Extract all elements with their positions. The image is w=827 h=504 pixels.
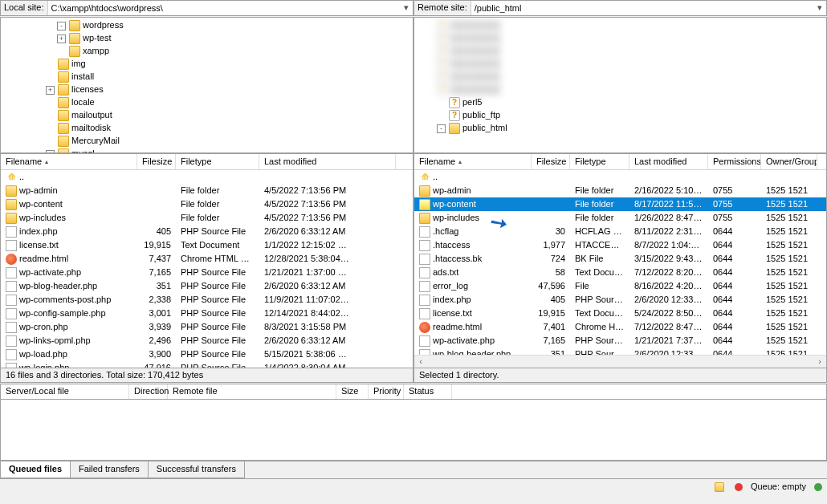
tree-node-blurred: ?████████: [414, 45, 826, 58]
queue-body: [0, 400, 827, 461]
tree-node[interactable]: ?public_ftp: [414, 109, 826, 122]
list-item[interactable]: ⟰..: [414, 170, 826, 184]
tree-node[interactable]: install: [1, 71, 413, 83]
horizontal-scrollbar[interactable]: ‹ ›: [414, 355, 826, 368]
file-name: wp-activate.php: [19, 267, 81, 278]
folder-icon: [419, 199, 430, 210]
tree-node[interactable]: xampp: [1, 45, 413, 58]
col-lastmod[interactable]: Last modified: [259, 154, 396, 169]
col-lastmod[interactable]: Last modified: [629, 154, 708, 169]
list-item[interactable]: wp-links-opml.php2,496PHP Source File2/6…: [1, 334, 413, 348]
tree-node[interactable]: img: [1, 58, 413, 71]
list-item[interactable]: wp-blog-header.php351PHP Source File2/6/…: [1, 279, 413, 293]
tree-label: locale: [71, 97, 95, 108]
list-item[interactable]: wp-config-sample.php3,001PHP Source File…: [1, 307, 413, 320]
local-site-label: Local site:: [1, 1, 48, 15]
col-filesize[interactable]: Filesize: [137, 154, 176, 169]
status-dot-red-icon: [735, 483, 743, 491]
list-item[interactable]: license.txt19,915Text Document1/1/2022 1…: [1, 238, 413, 252]
tab-failed[interactable]: Failed transfers: [70, 461, 149, 478]
list-item[interactable]: .htaccess1,977HTACCESS…8/7/2022 1:04:2…0…: [414, 238, 826, 252]
list-item[interactable]: wp-adminFile folder2/16/2022 5:10:…07551…: [414, 184, 826, 197]
tree-node[interactable]: -public_html: [414, 122, 826, 135]
tree-toggle-icon[interactable]: -: [57, 22, 66, 30]
list-item[interactable]: wp-blog-header.php351PHP Sourc…2/6/2020 …: [414, 348, 826, 355]
tree-node[interactable]: mailtodisk: [1, 122, 413, 135]
tree-node[interactable]: +wp-test: [1, 32, 413, 45]
list-item[interactable]: readme.html7,401Chrome H…7/12/2022 8:47:…: [414, 320, 826, 334]
list-item[interactable]: ⟰..: [1, 170, 413, 184]
list-item[interactable]: index.php405PHP Sourc…2/6/2020 12:33:…06…: [414, 293, 826, 307]
remote-tree[interactable]: ?████████?████████?████████?████████?███…: [414, 17, 827, 153]
list-item[interactable]: wp-contentFile folder8/17/2022 11:5…0755…: [414, 197, 826, 211]
remote-path-input[interactable]: [471, 1, 813, 15]
queue-header[interactable]: Server/Local file Direction Remote file …: [0, 384, 827, 400]
col-permissions[interactable]: Permissions: [708, 154, 761, 169]
file-name: wp-cron.php: [19, 322, 68, 332]
list-item[interactable]: index.php405PHP Source File2/6/2020 6:33…: [1, 225, 413, 238]
list-item[interactable]: readme.html7,437Chrome HTML Do…12/28/202…: [1, 252, 413, 266]
tree-node-blurred: ?████████: [414, 83, 826, 96]
tree-toggle-icon: [46, 124, 55, 133]
status-bar: Queue: empty: [0, 478, 827, 494]
list-item[interactable]: error_log47,596File8/16/2022 4:20:…06441…: [414, 279, 826, 293]
remote-status: Selected 1 directory.: [414, 368, 827, 383]
list-item[interactable]: wp-activate.php7,165PHP Sourc…1/21/2021 …: [414, 334, 826, 348]
tree-toggle-icon[interactable]: +: [46, 86, 55, 95]
folder-icon: [58, 97, 69, 108]
col-filetype[interactable]: Filetype: [570, 154, 629, 169]
tree-node[interactable]: -wordpress: [1, 19, 413, 32]
chevron-down-icon[interactable]: ▾: [813, 2, 826, 13]
list-item[interactable]: wp-login.php47,916PHP Source File1/4/202…: [1, 361, 413, 368]
remote-path-bar[interactable]: Remote site: ▾: [414, 0, 827, 16]
file-name: wp-admin: [19, 185, 58, 196]
local-path-bar[interactable]: Local site: ▾: [0, 0, 414, 16]
local-list-header[interactable]: Filename Filesize Filetype Last modified: [1, 154, 413, 170]
file-name: wp-links-opml.php: [19, 335, 91, 346]
col-filename[interactable]: Filename: [414, 154, 532, 169]
list-item[interactable]: license.txt19,915Text Docu…5/24/2022 8:5…: [414, 307, 826, 320]
list-item[interactable]: wp-adminFile folder4/5/2022 7:13:56 PM: [1, 184, 413, 197]
tab-successful[interactable]: Successful transfers: [148, 461, 245, 478]
tree-toggle-icon[interactable]: +: [57, 35, 66, 43]
chevron-down-icon[interactable]: ▾: [400, 2, 413, 13]
col-owner[interactable]: Owner/Group: [761, 154, 817, 169]
list-item[interactable]: wp-includesFile folder1/26/2022 8:47:…07…: [414, 211, 826, 225]
local-path-input[interactable]: [48, 1, 400, 15]
tree-node[interactable]: +licenses: [1, 83, 413, 96]
col-filetype[interactable]: Filetype: [176, 154, 259, 169]
local-tree[interactable]: -wordpress+wp-testxamppimginstall+licens…: [0, 17, 414, 153]
file-name: wp-comments-post.php: [19, 295, 111, 305]
tree-toggle-icon[interactable]: -: [437, 124, 446, 133]
list-item[interactable]: .hcflag30HCFLAG File8/11/2022 2:31:…0644…: [414, 225, 826, 238]
list-item[interactable]: ads.txt58Text Docu…7/12/2022 8:20:…06441…: [414, 266, 826, 279]
file-name: wp-includes: [19, 213, 66, 223]
tree-node[interactable]: +mysql: [1, 148, 413, 153]
list-item[interactable]: wp-load.php3,900PHP Source File5/15/2021…: [1, 348, 413, 361]
folder-icon: [58, 84, 69, 96]
tree-node[interactable]: mailoutput: [1, 109, 413, 122]
file-name: index.php: [19, 226, 58, 237]
list-item[interactable]: wp-cron.php3,939PHP Source File8/3/2021 …: [1, 320, 413, 334]
scroll-left-icon[interactable]: ‹: [414, 356, 427, 368]
file-icon: [419, 349, 430, 356]
tree-node[interactable]: ?perl5: [414, 96, 826, 109]
list-item[interactable]: wp-activate.php7,165PHP Source File1/21/…: [1, 266, 413, 279]
col-filename[interactable]: Filename: [1, 154, 137, 169]
list-item[interactable]: .htaccess.bk724BK File3/15/2022 9:43:…06…: [414, 252, 826, 266]
list-item[interactable]: wp-includesFile folder4/5/2022 7:13:56 P…: [1, 211, 413, 225]
folder-icon: [58, 59, 69, 70]
folder-icon: [6, 199, 17, 210]
remote-list-header[interactable]: Filename Filesize Filetype Last modified…: [414, 154, 826, 170]
tree-node[interactable]: locale: [1, 96, 413, 109]
tree-node[interactable]: MercuryMail: [1, 135, 413, 148]
tab-queued[interactable]: Queued files: [0, 461, 71, 478]
tree-label: xampp: [83, 46, 109, 56]
col-filesize[interactable]: Filesize: [532, 154, 570, 169]
list-item[interactable]: wp-contentFile folder4/5/2022 7:13:56 PM: [1, 197, 413, 211]
queue-tabs[interactable]: Queued files Failed transfers Successful…: [0, 461, 827, 478]
list-item[interactable]: wp-comments-post.php2,338PHP Source File…: [1, 293, 413, 307]
local-file-list[interactable]: Filename Filesize Filetype Last modified…: [0, 153, 414, 368]
remote-file-list[interactable]: Filename Filesize Filetype Last modified…: [414, 153, 827, 368]
scroll-right-icon[interactable]: ›: [813, 356, 826, 368]
